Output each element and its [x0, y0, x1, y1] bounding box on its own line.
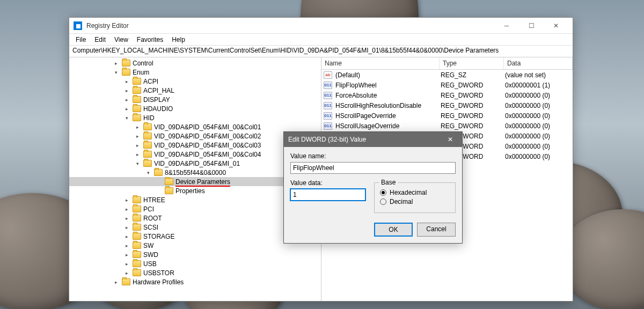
expand-icon[interactable]: ▸	[123, 234, 130, 239]
value-row[interactable]: 011HScrollUsageOverrideREG_DWORD0x000000…	[321, 121, 573, 131]
expand-icon[interactable]: ▸	[123, 243, 130, 248]
app-icon	[74, 21, 82, 30]
value-type: REG_DWORD	[440, 122, 504, 130]
column-type[interactable]: Type	[440, 57, 504, 69]
base-legend: Base	[379, 179, 398, 186]
expand-icon[interactable]: ▸	[123, 106, 130, 112]
folder-icon	[133, 105, 141, 112]
folder-icon	[143, 142, 152, 149]
value-data: (value not set)	[504, 71, 573, 79]
list-header: Name Type Data	[321, 57, 573, 70]
tree-item[interactable]: ▸USBSTOR	[69, 268, 321, 277]
column-data[interactable]: Data	[504, 57, 573, 69]
value-row[interactable]: 011HScrollHighResolutionDisableREG_DWORD…	[321, 100, 573, 111]
value-data: 0x00000000 (0)	[504, 122, 573, 130]
value-data: 0x00000000 (0)	[504, 133, 573, 140]
tree-item[interactable]: ▸HDAUDIO	[69, 104, 321, 113]
folder-icon	[122, 69, 130, 76]
folder-icon	[133, 96, 141, 103]
expand-icon[interactable]: ▸	[134, 152, 141, 157]
titlebar[interactable]: Registry Editor ─ ☐ ✕	[69, 18, 573, 34]
dialog-close-button[interactable]: ✕	[443, 132, 458, 147]
expand-icon[interactable]: ▸	[134, 124, 141, 130]
decimal-radio[interactable]: Decimal	[380, 198, 450, 205]
expand-icon[interactable]: ▸	[123, 88, 130, 93]
tree-item[interactable]: ▾HID	[69, 113, 321, 122]
value-row[interactable]: ab(Default)REG_SZ(value not set)	[321, 70, 573, 80]
tree-item[interactable]: ▸ACPI	[69, 77, 321, 86]
expand-icon[interactable]: ▸	[134, 143, 141, 148]
tree-item[interactable]: ▸Control	[69, 58, 321, 68]
tree-item[interactable]: ▸Hardware Profiles	[69, 277, 321, 286]
value-data-input[interactable]	[290, 189, 365, 201]
ok-button[interactable]: OK	[374, 223, 413, 237]
collapse-icon[interactable]: ▾	[123, 115, 130, 121]
tree-item-label: VID_09DA&PID_054F&MI_00&Col01	[154, 123, 261, 131]
window-controls: ─ ☐ ✕	[494, 18, 568, 34]
value-data: 0x00000000 (0)	[504, 143, 573, 150]
collapse-icon[interactable]: ▾	[134, 161, 141, 166]
dword-value-icon: 011	[324, 102, 332, 109]
expand-icon[interactable]: ▸	[123, 261, 130, 267]
tree-item[interactable]: ▸VID_09DA&PID_054F&MI_00&Col01	[69, 122, 321, 131]
menubar: FileEditViewFavoritesHelp	[69, 34, 573, 46]
value-row[interactable]: 011HScrollPageOverrideREG_DWORD0x0000000…	[321, 111, 573, 121]
expand-icon[interactable]: ▸	[123, 97, 130, 102]
window-title: Registry Editor	[86, 22, 494, 30]
menu-help[interactable]: Help	[167, 34, 189, 45]
folder-icon	[133, 224, 141, 231]
menu-view[interactable]: View	[110, 34, 133, 45]
collapse-icon[interactable]: ▾	[144, 170, 152, 175]
menu-favorites[interactable]: Favorites	[133, 34, 167, 45]
folder-icon	[133, 242, 141, 249]
expand-icon[interactable]: ▸	[123, 79, 130, 84]
dword-value-icon: 011	[324, 82, 332, 89]
folder-icon	[133, 215, 141, 222]
tree-item-label: STORAGE	[143, 233, 174, 240]
expand-icon[interactable]: ▸	[112, 61, 120, 66]
value-type: REG_DWORD	[440, 92, 504, 99]
expand-icon[interactable]: ▸	[123, 270, 130, 276]
value-data: 0x00000000 (0)	[504, 92, 573, 99]
tree-item-label: HDAUDIO	[143, 105, 173, 113]
folder-icon	[165, 178, 173, 185]
column-name[interactable]: Name	[321, 57, 440, 69]
tree-item-label: 8&15b55f44&0&0000	[165, 169, 226, 176]
radio-icon	[380, 198, 386, 205]
maximize-button[interactable]: ☐	[519, 18, 544, 34]
expand-icon[interactable]: ▸	[123, 225, 130, 230]
value-row[interactable]: 011FlipFlopWheelREG_DWORD0x00000001 (1)	[321, 80, 573, 90]
close-button[interactable]: ✕	[544, 18, 568, 34]
expand-icon[interactable]: ▸	[123, 252, 130, 258]
menu-file[interactable]: File	[71, 34, 90, 45]
menu-edit[interactable]: Edit	[90, 34, 110, 45]
tree-item[interactable]: ▸USB	[69, 259, 321, 268]
hexadecimal-radio[interactable]: Hexadecimal	[380, 189, 450, 196]
value-data: 0x00000001 (1)	[504, 82, 573, 89]
tree-item-label: USB	[143, 260, 157, 268]
folder-icon	[154, 169, 163, 176]
expand-icon[interactable]: ▸	[123, 207, 130, 212]
cancel-button[interactable]: Cancel	[417, 223, 456, 237]
value-name-input[interactable]	[290, 162, 456, 174]
value-name: HScrollPageOverride	[334, 112, 440, 120]
expand-icon[interactable]: ▸	[123, 216, 130, 221]
expand-icon[interactable]: ▸	[112, 279, 120, 285]
tree-item-label: HID	[143, 114, 155, 122]
tree-item[interactable]: ▾Enum	[69, 68, 321, 77]
value-row[interactable]: 011ForceAbsoluteREG_DWORD0x00000000 (0)	[321, 90, 573, 100]
collapse-icon[interactable]: ▾	[112, 70, 120, 75]
folder-icon	[133, 260, 141, 267]
minimize-button[interactable]: ─	[494, 18, 519, 34]
tree-item[interactable]: ▸DISPLAY	[69, 95, 321, 104]
tree-item[interactable]: ▸ACPI_HAL	[69, 86, 321, 95]
expand-icon[interactable]: ▸	[123, 197, 130, 203]
tree-item-label: HTREE	[143, 196, 165, 204]
dialog-titlebar[interactable]: Edit DWORD (32-bit) Value ✕	[284, 132, 462, 147]
address-bar[interactable]: Computer\HKEY_LOCAL_MACHINE\SYSTEM\Curre…	[69, 46, 573, 57]
folder-icon	[133, 269, 141, 276]
dword-value-icon: 011	[324, 92, 332, 99]
tree-item[interactable]: ▸SWD	[69, 250, 321, 259]
dec-label: Decimal	[390, 198, 413, 205]
expand-icon[interactable]: ▸	[134, 134, 141, 139]
